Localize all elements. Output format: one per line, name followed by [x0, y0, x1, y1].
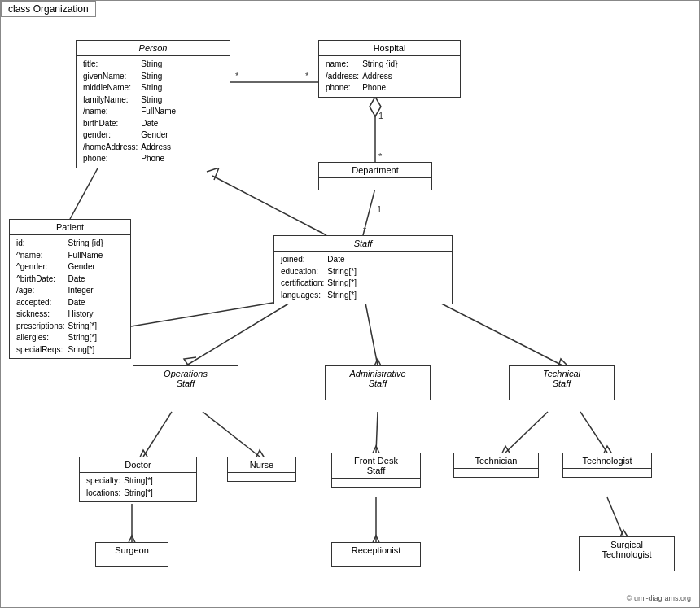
class-surgeon-title: Surgeon: [96, 543, 168, 558]
class-person-body: title:String givenName:String middleName…: [77, 56, 230, 168]
class-department-body: [319, 178, 431, 190]
class-nurse-body: [228, 473, 295, 481]
class-surgical-tech-body: [580, 562, 674, 571]
diagram-container: class Organization * * 1 * 1 * *: [0, 0, 700, 608]
svg-line-18: [203, 412, 260, 457]
class-hospital: Hospital name:String {id} /address:Addre…: [318, 40, 461, 98]
svg-marker-4: [370, 97, 381, 116]
copyright: © uml-diagrams.org: [627, 594, 691, 602]
svg-line-12: [131, 302, 278, 326]
svg-text:*: *: [363, 225, 367, 235]
svg-line-17: [143, 412, 172, 457]
svg-text:1: 1: [377, 204, 382, 214]
class-technologist-title: Technologist: [563, 453, 651, 469]
class-person: Person title:String givenName:String mid…: [76, 40, 230, 168]
class-patient: Patient id:String {id} ^name:FullName ^g…: [9, 219, 131, 359]
class-ops-staff-body: [133, 391, 238, 400]
class-technician-title: Technician: [454, 453, 538, 469]
class-surgeon: Surgeon: [95, 542, 168, 567]
class-admin-staff: AdministrativeStaff: [325, 365, 431, 400]
class-receptionist: Receptionist: [331, 542, 421, 567]
class-ops-staff: OperationsStaff: [133, 365, 238, 400]
class-admin-staff-body: [326, 391, 430, 400]
svg-line-20: [505, 412, 548, 453]
svg-text:1: 1: [378, 111, 383, 120]
class-patient-title: Patient: [10, 220, 130, 235]
class-surgical-tech: SurgicalTechnologist: [579, 536, 675, 571]
class-receptionist-title: Receptionist: [332, 543, 420, 558]
class-receptionist-body: [332, 558, 420, 566]
class-department: Department: [318, 162, 432, 190]
class-doctor-body: specialty:String[*] locations:String[*]: [80, 473, 196, 501]
class-tech-staff-body: [510, 391, 614, 400]
svg-line-24: [607, 497, 623, 536]
class-staff-body: joined:Date education:String[*] certific…: [274, 252, 452, 304]
class-hospital-title: Hospital: [319, 41, 460, 56]
class-technician: Technician: [453, 453, 539, 478]
class-staff-title: Staff: [274, 236, 452, 252]
class-department-title: Department: [319, 163, 431, 178]
class-front-desk-title: Front DeskStaff: [332, 453, 420, 479]
diagram-title: class Organization: [1, 1, 96, 17]
svg-line-7: [363, 188, 375, 235]
class-front-desk: Front DeskStaff: [331, 453, 421, 488]
class-tech-staff-title: TechnicalStaff: [510, 366, 614, 391]
svg-line-19: [376, 412, 378, 453]
class-tech-staff: TechnicalStaff: [509, 365, 615, 400]
class-front-desk-body: [332, 479, 420, 487]
class-surgical-tech-title: SurgicalTechnologist: [580, 537, 674, 562]
class-doctor-title: Doctor: [80, 457, 196, 473]
class-ops-staff-title: OperationsStaff: [133, 366, 238, 391]
class-patient-body: id:String {id} ^name:FullName ^gender:Ge…: [10, 235, 130, 358]
class-staff: Staff joined:Date education:String[*] ce…: [273, 235, 453, 304]
class-nurse-title: Nurse: [228, 457, 295, 473]
class-person-title: Person: [77, 41, 230, 56]
class-technologist-body: [563, 469, 651, 477]
class-doctor: Doctor specialty:String[*] locations:Str…: [79, 457, 197, 502]
class-surgeon-body: [96, 558, 168, 566]
class-nurse: Nurse: [227, 457, 296, 482]
class-technologist: Technologist: [562, 453, 652, 478]
svg-text:*: *: [378, 151, 383, 161]
class-hospital-body: name:String {id} /address:Address phone:…: [319, 56, 460, 97]
class-admin-staff-title: AdministrativeStaff: [326, 366, 430, 391]
class-technician-body: [454, 469, 538, 477]
svg-line-11: [212, 176, 326, 235]
svg-text:*: *: [305, 71, 309, 81]
svg-line-21: [580, 412, 607, 453]
svg-text:*: *: [235, 71, 239, 81]
